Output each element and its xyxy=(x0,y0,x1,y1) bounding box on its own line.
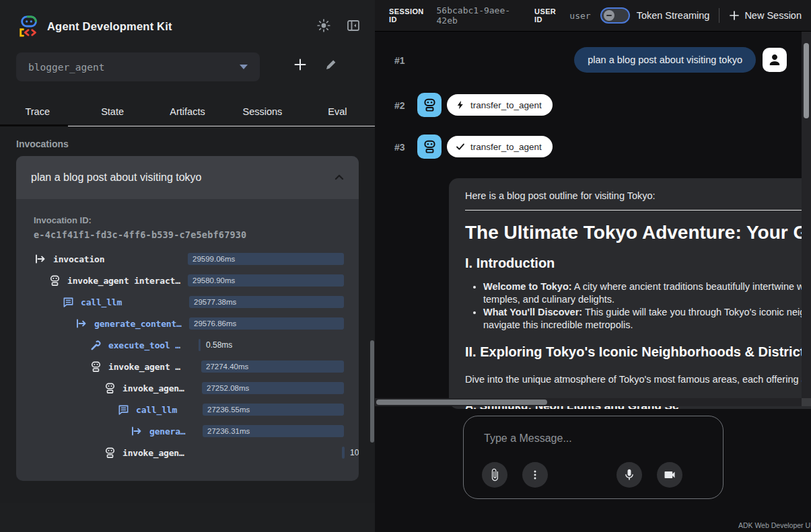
tab-artifacts[interactable]: Artifacts xyxy=(150,97,225,126)
session-topbar: SESSION ID 56bcabc1-9aee-42eb USER ID us… xyxy=(375,0,811,31)
duration-value: 29577.38ms xyxy=(189,296,236,308)
chat-horizontal-scrollbar[interactable] xyxy=(375,398,802,406)
robot-icon xyxy=(48,274,61,287)
invocation-id-value: e-4c1f41f1-fd3c-4ff6-b539-c7e5ebf67930 xyxy=(34,229,344,240)
add-agent-button[interactable] xyxy=(291,55,310,74)
agent-select[interactable]: blogger_agent xyxy=(16,52,260,81)
message-input[interactable]: Type a Message... xyxy=(463,416,724,499)
function-call-chip[interactable]: transfer_to_agent xyxy=(447,94,553,116)
trace-row-label: invoke_agent interact… xyxy=(67,276,180,286)
trace-row[interactable]: invoke_agen… 27252.08ms xyxy=(34,377,344,399)
tab-eval[interactable]: Eval xyxy=(300,97,375,126)
robot-icon xyxy=(423,140,437,154)
trace-row[interactable]: generate_content… 29576.86ms xyxy=(34,313,344,334)
robot-icon xyxy=(89,360,102,373)
trace-row-label: invoke_agent … xyxy=(108,362,180,372)
bullet-item: What You'll Discover: This guide will ta… xyxy=(483,306,811,332)
bullet-item: Welcome to Tokyo: A city where ancient t… xyxy=(483,280,811,306)
trace-row[interactable]: invoke_agen… 10 xyxy=(34,442,344,463)
plus-icon xyxy=(729,10,740,21)
message-input-placeholder[interactable]: Type a Message... xyxy=(484,432,572,445)
video-button[interactable] xyxy=(657,462,682,488)
agent-select-value: blogger_agent xyxy=(28,62,105,73)
bot-avatar xyxy=(417,135,442,159)
trace-row-label: genera… xyxy=(149,426,185,436)
user-avatar xyxy=(763,48,787,72)
scrollbar-corner xyxy=(802,398,811,406)
function-response-chip[interactable]: transfer_to_agent xyxy=(447,136,553,157)
trace-row-label: invoke_agen… xyxy=(122,383,184,393)
person-icon xyxy=(767,52,783,68)
invocation-card-body: Invocation ID: e-4c1f41f1-fd3c-4ff6-b539… xyxy=(16,199,359,481)
plus-icon xyxy=(293,57,308,72)
topbar-divider xyxy=(719,8,719,23)
attach-file-button[interactable] xyxy=(482,462,507,488)
toggle-thumb xyxy=(604,10,614,21)
microphone-button[interactable] xyxy=(616,462,642,488)
microphone-icon xyxy=(623,468,636,482)
invocation-card-header[interactable]: plan a blog post about visiting tokyo xyxy=(16,156,359,199)
token-streaming-label: Token Streaming xyxy=(637,10,710,21)
trace-panel: Agent Development Kit xyxy=(0,0,375,532)
paperclip-icon xyxy=(488,468,501,482)
chat-vertical-scrollbar-thumb[interactable] xyxy=(804,43,809,118)
trace-row[interactable]: genera… 27236.31ms xyxy=(34,420,344,442)
invocation-card: plan a blog post about visiting tokyo In… xyxy=(16,156,359,481)
section-2-paragraph: Dive into the unique atmosphere of Tokyo… xyxy=(465,373,811,386)
user-id-label: USER ID xyxy=(534,7,564,24)
pencil-icon xyxy=(324,58,338,71)
session-id-label: SESSION ID xyxy=(389,7,431,24)
invocation-title: plan a blog post about visiting tokyo xyxy=(31,172,202,184)
robot-icon xyxy=(103,447,116,459)
trace-row[interactable]: call_llm 29577.38ms xyxy=(34,291,344,313)
chat-vertical-scrollbar[interactable] xyxy=(802,31,811,398)
trace-row[interactable]: invoke_agent interact… 29580.90ms xyxy=(34,270,344,291)
more-vert-icon xyxy=(529,469,541,481)
trace-row[interactable]: call_llm 27236.55ms xyxy=(34,399,344,420)
tab-state[interactable]: State xyxy=(75,97,149,126)
trace-row[interactable]: execute_tool … 0.58ms xyxy=(34,334,344,356)
trace-row-label: call_llm xyxy=(136,405,177,415)
duration-value: 29599.06ms xyxy=(188,253,235,265)
tab-trace[interactable]: Trace xyxy=(0,97,75,126)
section-2-heading: II. Exploring Tokyo's Iconic Neighborhoo… xyxy=(465,344,811,360)
user-message-bubble: plan a blog post about visiting tokyo xyxy=(574,47,756,73)
arrow-icon xyxy=(34,253,47,265)
duration-value: 27236.55ms xyxy=(203,404,250,416)
edit-agent-button[interactable] xyxy=(322,55,341,74)
session-id-value: 56bcabc1-9aee-42eb xyxy=(437,5,526,26)
chip-label: transfer_to_agent xyxy=(470,100,542,110)
trace-row-label: invoke_agen… xyxy=(122,448,184,458)
trace-row-label: invocation xyxy=(53,254,104,264)
turn-index: #1 xyxy=(394,55,405,66)
blog-title: The Ultimate Tokyo Adventure: Your Guide xyxy=(465,221,811,244)
chat-horizontal-scrollbar-thumb[interactable] xyxy=(376,400,547,405)
trace-row[interactable]: invocation 29599.06ms xyxy=(34,248,344,270)
bolt-icon xyxy=(456,100,465,110)
chevron-up-icon xyxy=(334,173,344,182)
check-icon xyxy=(456,142,465,151)
trace-row-label: call_llm xyxy=(81,297,122,307)
user-id-value: user xyxy=(569,11,590,21)
chat-icon xyxy=(116,404,130,416)
left-scrollbar-thumb[interactable] xyxy=(370,340,374,443)
theme-toggle-button[interactable] xyxy=(314,16,333,35)
collapse-panel-button[interactable] xyxy=(344,16,363,35)
divider xyxy=(465,210,811,211)
arrow-icon xyxy=(130,425,143,437)
invocation-id-label: Invocation ID: xyxy=(34,215,344,225)
response-intro: Here is a blog post outline for visiting… xyxy=(465,190,811,201)
trace-row-label: execute_tool … xyxy=(108,340,180,350)
bot-avatar xyxy=(417,93,442,117)
section-1-heading: I. Introduction xyxy=(465,255,811,271)
new-session-button[interactable]: New Session xyxy=(729,10,802,21)
arrow-icon xyxy=(75,317,88,330)
trace-row[interactable]: invoke_agent … 27274.40ms xyxy=(34,356,344,377)
sun-icon xyxy=(316,18,331,33)
wrench-icon xyxy=(89,339,102,351)
agent-response-card: Here is a blog post outline for visiting… xyxy=(449,178,811,409)
tab-sessions[interactable]: Sessions xyxy=(225,97,299,126)
duration-value: 29580.90ms xyxy=(188,274,235,287)
token-streaming-toggle[interactable] xyxy=(600,7,630,24)
more-options-button[interactable] xyxy=(522,462,548,488)
